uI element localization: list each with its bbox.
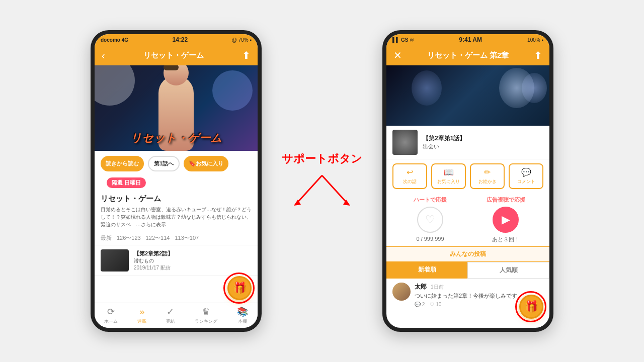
reply-count: 💬 2 [415, 302, 425, 307]
right-nav-title: リセット・ゲーム 第2章 [427, 51, 509, 60]
heart-count: 0 / 999,999 [416, 236, 444, 242]
continue-reading-btn[interactable]: 読きから読む [101, 156, 144, 171]
chapter-detail-tag: 【第2章第1話】 [423, 134, 465, 143]
header-range3: 113〜107 [175, 234, 199, 242]
complete-icon: ✓ [167, 306, 174, 317]
nav-ranking[interactable]: ♛ ランキング [195, 306, 217, 325]
chapter-row[interactable]: 【第2章第2話】 潜むもの 2019/11/17 配信 [95, 245, 258, 276]
manga-cover-right [386, 65, 549, 126]
chapter-detail: 【第2章第1話】 出会い [386, 126, 549, 159]
left-status-bar: docomo 4G 14:22 @ 70% ▪ [95, 34, 258, 45]
comment-btn[interactable]: 💬 コメント [509, 163, 543, 189]
serial-icon: » [139, 307, 144, 317]
heart-support-label: ハートで応援 [414, 196, 447, 204]
drawing-btn[interactable]: ✏ お絵かき [470, 163, 505, 189]
left-phone: docomo 4G 14:22 @ 70% ▪ ‹ リセット・ゲーム ⬆ [91, 30, 262, 332]
left-time: 14:22 [173, 36, 188, 43]
ad-support-label: 広告視聴で応援 [487, 196, 525, 204]
chapter-date: 2019/11/17 配信 [134, 264, 252, 272]
comment-time: 1日前 [431, 284, 444, 291]
annotation-arrows [292, 170, 352, 211]
chapter-info: 【第2章第2話】 潜むもの 2019/11/17 配信 [134, 250, 252, 272]
nav-home[interactable]: ⟳ ホーム [104, 306, 118, 325]
nav-bookshelf[interactable]: 📚 本棚 [237, 306, 248, 325]
chapter-title: 【第2章第2話】 [134, 250, 252, 257]
chapter-header: 最新 126〜123 122〜114 113〜107 [95, 231, 258, 245]
page-wrapper: docomo 4G 14:22 @ 70% ▪ ‹ リセット・ゲーム ⬆ [0, 0, 644, 362]
left-battery: @ 70% ▪ [232, 37, 252, 43]
favorite-btn[interactable]: 🔖お気に入り [184, 156, 228, 171]
header-range2: 122〜114 [146, 234, 170, 242]
right-phone: ▌▌ GS ≋ 9:41 AM 100% ▪ ✕ リセット・ゲーム 第2章 ⬆ … [382, 30, 553, 332]
first-episode-btn[interactable]: 第1話へ [148, 156, 180, 171]
icon-buttons-row: ↩ 次の話 📖 お気に入り ✏ お絵かき 💬 コメント [386, 159, 549, 193]
share-icon-right[interactable]: ⬆ [534, 49, 542, 61]
home-icon: ⟳ [107, 306, 115, 317]
svg-line-2 [322, 175, 347, 203]
close-icon[interactable]: ✕ [393, 49, 402, 61]
manga-info-title: リセット・ゲーム [101, 194, 252, 204]
left-nav-title: リセット・ゲーム [143, 51, 204, 60]
add-favorite-btn[interactable]: 📖 お気に入り [431, 163, 466, 189]
left-float-icon: 🎁 [233, 282, 247, 295]
next-episode-btn[interactable]: ↩ 次の話 [392, 163, 427, 189]
header-latest: 最新 [101, 234, 112, 242]
ranking-icon: ♛ [202, 306, 210, 317]
left-float-support-btn[interactable]: 🎁 [227, 276, 252, 300]
support-section: ハートで応援 ♡ 0 / 999,999 広告視聴で応援 ▶ あと３回！ [386, 193, 549, 246]
bookmark-icon: 📖 [444, 167, 454, 177]
right-nav-bar: ✕ リセット・ゲーム 第2章 ⬆ [386, 45, 549, 65]
heart-support: ハートで応援 ♡ 0 / 999,999 [392, 196, 468, 243]
bookshelf-icon: 📚 [237, 306, 248, 317]
right-status-bar: ▌▌ GS ≋ 9:41 AM 100% ▪ [386, 34, 549, 45]
tab-newest[interactable]: 新着順 [386, 262, 467, 279]
ad-count: あと３回！ [492, 236, 520, 243]
right-carrier: ▌▌ GS ≋ [392, 37, 414, 43]
speech-icon: 💬 [521, 167, 531, 177]
annotation-text: サポートボタン [282, 151, 362, 166]
svg-line-0 [297, 175, 322, 203]
schedule-badge: 隔週 日曜日 [107, 177, 146, 188]
left-bottom-nav: ⟳ ホーム » 連載 ✓ 完結 ♛ ランキング 📚 本棚 [95, 303, 258, 328]
manga-cover-left: リセット・ゲーム [95, 65, 258, 151]
manga-info: リセット・ゲーム 目覚めるとそこは白い密室、迫る赤いキューブ…なぜ！誰が？どうし… [95, 191, 258, 231]
share-icon-left[interactable]: ⬆ [242, 49, 251, 61]
chapter-detail-info: 【第2章第1話】 出会い [423, 134, 465, 150]
manga-title-overlay: リセット・ゲーム [130, 131, 222, 146]
schedule-wrapper: 隔週 日曜日 [95, 174, 258, 191]
tab-popular[interactable]: 人気順 [467, 262, 549, 279]
heart-support-btn[interactable]: ♡ [417, 207, 443, 233]
left-carrier: docomo 4G [101, 37, 128, 43]
chapter-detail-thumb [392, 130, 418, 155]
right-time: 9:41 AM [459, 36, 482, 43]
posts-tabs: 新着順 人気順 [386, 262, 549, 279]
like-count: ♡ 10 [430, 302, 441, 307]
back-icon[interactable]: ‹ [102, 50, 105, 61]
center-annotation: サポートボタン [282, 151, 362, 211]
nav-serial[interactable]: » 連載 [137, 307, 146, 325]
commenter-name: 太郎 [415, 283, 427, 291]
posts-header: みんなの投稿 [386, 246, 549, 262]
pencil-icon: ✏ [484, 167, 491, 177]
left-nav-bar: ‹ リセット・ゲーム ⬆ [95, 45, 258, 65]
ad-support: 広告視聴で応援 ▶ あと３回！ [468, 196, 543, 243]
user-avatar [392, 283, 411, 301]
ad-support-btn[interactable]: ▶ [493, 207, 519, 233]
next-icon: ↩ [407, 167, 413, 177]
right-float-icon: 🎁 [525, 300, 538, 313]
header-range1: 126〜123 [117, 234, 141, 242]
manga-info-desc: 目覚めるとそこは白い密室、迫る赤いキューブ…なぜ！誰が？どうして！？突如現れる人… [101, 206, 252, 228]
nav-complete[interactable]: ✓ 完結 [166, 306, 175, 325]
chapter-thumb [101, 249, 129, 272]
right-float-support-btn[interactable]: 🎁 [519, 295, 543, 319]
chapter-detail-title: 出会い [423, 143, 465, 150]
action-buttons: 読きから読む 第1話へ 🔖お気に入り [95, 151, 258, 174]
right-battery: 100% ▪ [527, 37, 543, 43]
chapter-subtitle: 潜むもの [134, 257, 252, 264]
